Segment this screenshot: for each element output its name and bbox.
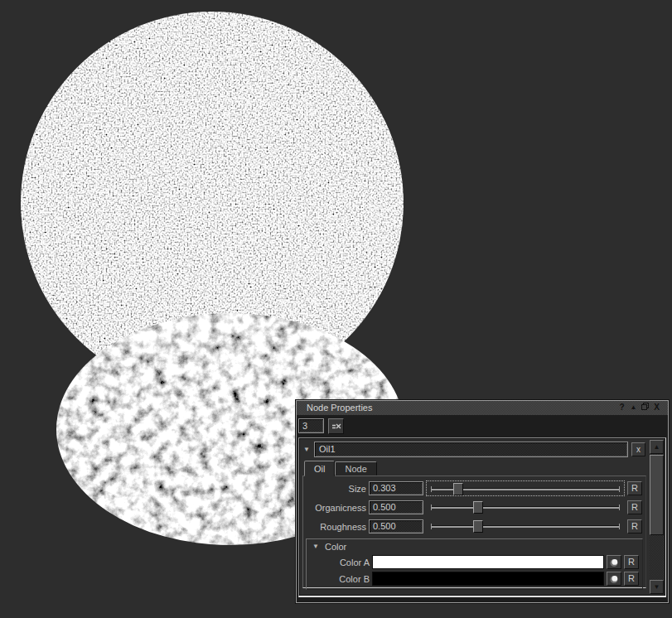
tab-bar: Oil Node [304,461,377,476]
close-node-button[interactable]: x [631,442,645,456]
color-row-b: Color B R [307,570,642,587]
color-group-label: Color [325,542,346,552]
node-panel-frame: ▼ Oil1 x Oil Node Size 0.303 R Organicne… [298,437,666,597]
panel-title: Node Properties [307,403,373,413]
color-wheel-icon [609,574,619,584]
color-group-expand-icon[interactable]: ▼ [312,543,325,550]
restore-window-icon[interactable] [640,402,650,413]
color-group-header: ▼ Color [307,539,642,553]
color-label: Color A [310,558,370,567]
panel-toolbar: 3 [297,415,668,437]
size-value-input[interactable]: 0.303 [369,481,423,495]
organicness-reset-button[interactable]: R [627,500,642,514]
tab-node[interactable]: Node [335,461,376,476]
color-row-a: Color A R [307,553,642,570]
color-b-picker-button[interactable] [607,572,621,586]
size-slider[interactable] [426,480,625,496]
color-label: Color B [310,574,370,584]
scroll-down-icon[interactable]: ▼ [650,580,664,594]
param-label: Size [307,484,366,494]
max-panels-input[interactable]: 3 [298,418,324,433]
node-properties-panel: Node Properties ? ▲ X 3 ▼ Oil1 [296,400,669,603]
node-expand-icon[interactable]: ▼ [303,446,314,453]
color-b-swatch[interactable] [372,572,604,586]
close-panel-icon[interactable]: X [651,402,662,413]
rollup-icon[interactable]: ▲ [628,402,639,413]
color-b-reset-button[interactable]: R [624,572,639,586]
color-a-swatch[interactable] [372,555,604,569]
param-row-size: Size 0.303 R [303,479,645,498]
scrollbar-track[interactable] [650,454,664,580]
param-label: Organicness [307,503,366,513]
scroll-up-icon[interactable]: ▲ [650,440,664,454]
color-wheel-icon [609,558,619,567]
organicness-slider[interactable] [427,500,624,515]
param-row-organicness: Organicness 0.500 R [303,498,645,517]
roughness-slider[interactable] [427,519,624,534]
close-all-panels-icon [331,422,341,430]
panel-titlebar[interactable]: Node Properties ? ▲ X [297,401,668,415]
slider-handle[interactable] [473,501,483,514]
scrollbar-thumb[interactable] [650,455,664,535]
panel-scrollbar: ▲ ▼ [650,440,664,594]
oil-tab-pane: Size 0.303 R Organicness 0.500 R Roughne… [302,476,646,588]
roughness-reset-button[interactable]: R [627,519,642,534]
roughness-value-input[interactable]: 0.500 [369,519,423,534]
size-reset-button[interactable]: R [627,481,642,495]
slider-track [431,507,620,509]
color-group: ▼ Color Color A R Color B [306,538,643,590]
organicness-value-input[interactable]: 0.500 [369,500,423,514]
slider-handle[interactable] [473,520,483,533]
slider-track [431,526,620,528]
color-a-reset-button[interactable]: R [624,555,639,569]
param-label: Roughness [307,522,366,532]
node-name-field[interactable]: Oil1 [314,442,628,457]
help-icon[interactable]: ? [616,402,627,413]
close-all-panels-button[interactable] [328,418,344,434]
titlebar-icons: ? ▲ X [616,402,662,413]
tab-oil[interactable]: Oil [304,461,335,476]
node-header: ▼ Oil1 x [303,442,645,457]
slider-handle[interactable] [453,483,463,495]
color-a-picker-button[interactable] [607,555,621,569]
param-row-roughness: Roughness 0.500 R [303,517,645,536]
